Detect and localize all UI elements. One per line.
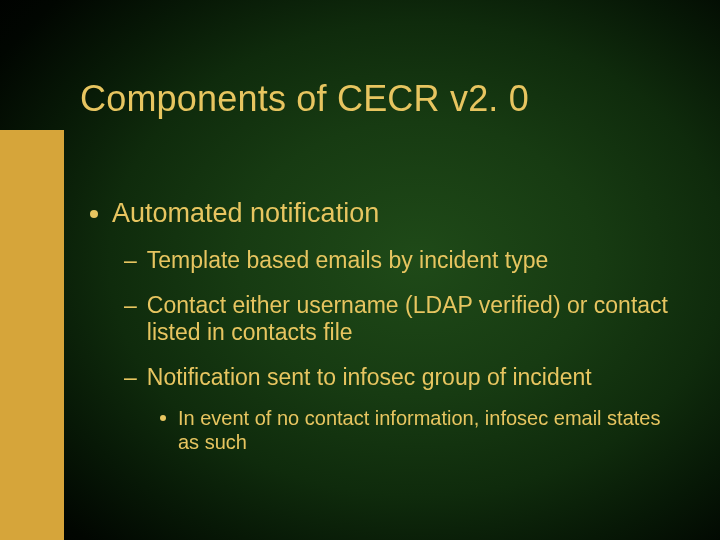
- bullet-text: Automated notification: [112, 198, 379, 229]
- bullet-dash-icon: –: [124, 247, 137, 274]
- slide-title: Components of CECR v2. 0: [80, 78, 529, 120]
- bullet-text: Template based emails by incident type: [147, 247, 548, 274]
- bullet-dash-icon: –: [124, 292, 137, 319]
- bullet-text: Contact either username (LDAP verified) …: [147, 292, 670, 346]
- bullet-text: In event of no contact information, info…: [178, 406, 670, 454]
- bullet-dot-icon: [160, 415, 166, 421]
- bullet-level1: Automated notification – Template based …: [90, 198, 670, 454]
- bullet-dash-icon: –: [124, 364, 137, 391]
- list-item: In event of no contact information, info…: [160, 406, 670, 454]
- bullet-dot-icon: [90, 210, 98, 218]
- list-item: – Template based emails by incident type: [124, 247, 670, 274]
- list-item: Automated notification: [90, 198, 670, 229]
- slide-content: Automated notification – Template based …: [90, 198, 670, 474]
- bullet-text: Notification sent to infosec group of in…: [147, 364, 592, 391]
- slide: Components of CECR v2. 0 Automated notif…: [0, 0, 720, 540]
- accent-bar: [0, 130, 64, 540]
- list-item: – Notification sent to infosec group of …: [124, 364, 670, 391]
- bullet-level2-group: – Template based emails by incident type…: [124, 247, 670, 454]
- bullet-level3-group: In event of no contact information, info…: [160, 406, 670, 454]
- list-item: – Contact either username (LDAP verified…: [124, 292, 670, 346]
